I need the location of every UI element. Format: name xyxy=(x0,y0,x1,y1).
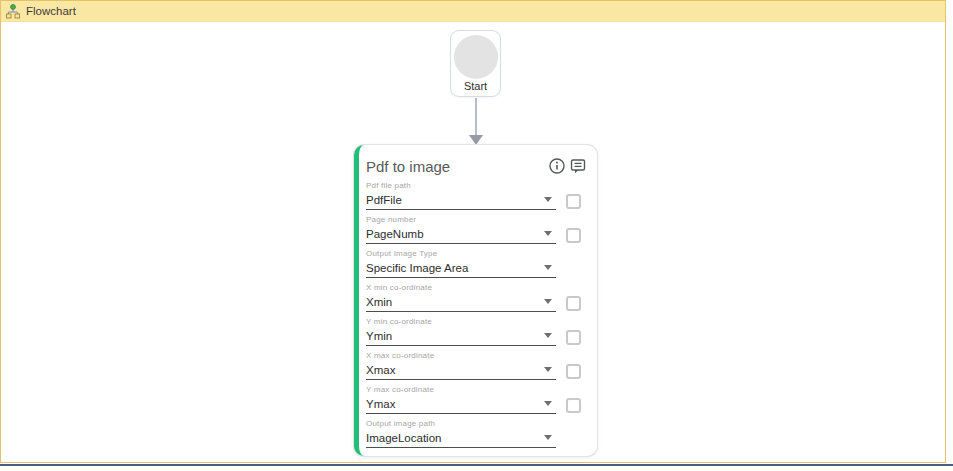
chevron-down-icon[interactable] xyxy=(544,367,552,372)
field-value: Xmin xyxy=(366,296,392,308)
chevron-down-icon[interactable] xyxy=(544,333,552,338)
connector-arrowhead-icon xyxy=(469,135,483,145)
field-checkbox[interactable] xyxy=(566,296,581,311)
field-label: Y max co-ordinate xyxy=(366,385,587,394)
activity-field-1: Page number PageNumb xyxy=(366,215,587,244)
activity-field-5: X max co-ordinate Xmax xyxy=(366,351,587,380)
field-value: PageNumb xyxy=(366,228,424,240)
activity-field-0: Pdf file path PdfFile xyxy=(366,181,587,210)
chevron-down-icon[interactable] xyxy=(544,231,552,236)
field-label: X min co-ordinate xyxy=(366,283,587,292)
flowchart-icon xyxy=(6,4,20,19)
start-node[interactable]: Start xyxy=(450,30,501,97)
field-label: Pdf file path xyxy=(366,181,587,190)
field-label: X max co-ordinate xyxy=(366,351,587,360)
field-checkbox[interactable] xyxy=(566,228,581,243)
field-value: Xmax xyxy=(366,364,395,376)
activity-fields: Pdf file path PdfFile Page number PageNu… xyxy=(366,181,587,448)
field-value: Ymax xyxy=(366,398,395,410)
field-label: Page number xyxy=(366,215,587,224)
field-value: Specific Image Area xyxy=(366,262,468,274)
chevron-down-icon[interactable] xyxy=(544,299,552,304)
field-input[interactable]: Xmax xyxy=(366,363,556,380)
activity-field-3: X min co-ordinate Xmin xyxy=(366,283,587,312)
start-node-circle xyxy=(454,35,498,79)
field-checkbox[interactable] xyxy=(566,330,581,345)
chevron-down-icon[interactable] xyxy=(544,197,552,202)
flowchart-canvas[interactable]: Start Pdf to image xyxy=(1,22,945,462)
field-label: Y min co-ordinate xyxy=(366,317,587,326)
activity-field-4: Y min co-ordinate Ymin xyxy=(366,317,587,346)
field-value: Ymin xyxy=(366,330,392,342)
field-input[interactable]: PdfFile xyxy=(366,193,556,210)
connector-line xyxy=(475,98,477,136)
activity-card-pdf-to-image[interactable]: Pdf to image xyxy=(354,145,597,456)
start-node-label: Start xyxy=(451,80,500,92)
activity-field-2: Output Image Type Specific Image Area xyxy=(366,249,587,278)
field-checkbox[interactable] xyxy=(566,364,581,379)
field-input[interactable]: ImageLocation xyxy=(366,431,556,448)
flowchart-header[interactable]: Flowchart xyxy=(1,1,945,22)
field-input[interactable]: Ymax xyxy=(366,397,556,414)
field-value: PdfFile xyxy=(366,194,402,206)
field-label: Output image path xyxy=(366,419,587,428)
field-input[interactable]: Ymin xyxy=(366,329,556,346)
activity-field-7: Output image path ImageLocation xyxy=(366,419,587,448)
field-input[interactable]: Specific Image Area xyxy=(366,261,556,278)
chevron-down-icon[interactable] xyxy=(544,265,552,270)
field-input[interactable]: PageNumb xyxy=(366,227,556,244)
annotation-icon[interactable] xyxy=(569,157,587,175)
field-input[interactable]: Xmin xyxy=(366,295,556,312)
field-label: Output Image Type xyxy=(366,249,587,258)
flowchart-title: Flowchart xyxy=(26,5,76,17)
field-checkbox[interactable] xyxy=(566,398,581,413)
field-value: ImageLocation xyxy=(366,432,441,444)
chevron-down-icon[interactable] xyxy=(544,435,552,440)
activity-field-6: Y max co-ordinate Ymax xyxy=(366,385,587,414)
field-checkbox[interactable] xyxy=(566,194,581,209)
bottom-divider xyxy=(0,464,953,466)
flowchart-container: Flowchart Start Pdf to image xyxy=(0,0,946,463)
chevron-down-icon[interactable] xyxy=(544,401,552,406)
activity-title: Pdf to image xyxy=(366,158,450,175)
info-icon[interactable] xyxy=(548,157,566,175)
